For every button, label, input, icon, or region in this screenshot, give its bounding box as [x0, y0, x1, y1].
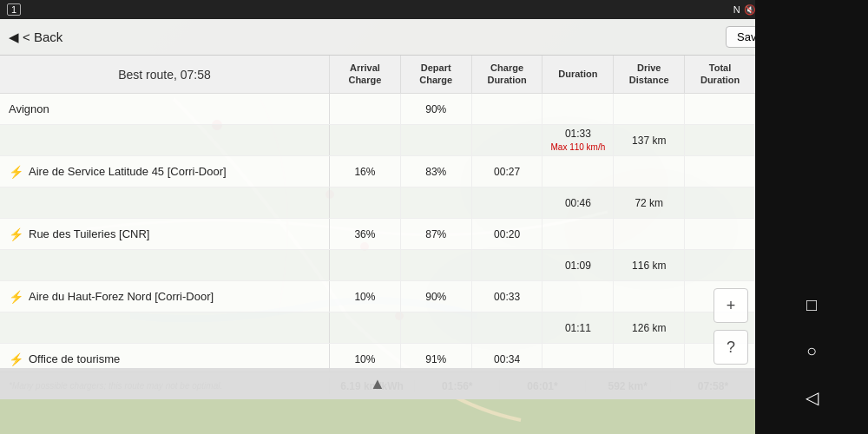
header-duration: Duration: [542, 56, 614, 93]
charger-icon: ⚡: [9, 352, 23, 366]
route-name: Best route, 07:58: [0, 56, 330, 93]
cell-charge-dur: [472, 94, 543, 124]
cell-total-dur: [685, 125, 755, 155]
segment-cells: 01:09 116 km: [330, 250, 755, 280]
stop-cells: 36% 87% 00:20: [330, 219, 755, 249]
mute-icon: 🔇: [744, 4, 756, 16]
stop-cells: 10% 90% 00:33: [330, 281, 755, 312]
cell-charge-dur: [472, 187, 543, 218]
cell-depart: [401, 250, 472, 280]
cell-distance: [614, 281, 685, 312]
route-table: Avignon 90%: [0, 94, 755, 372]
cell-charge-dur: 00:20: [472, 219, 543, 249]
segment-time: 01:33: [565, 128, 591, 141]
cell-charge-dur: 00:33: [472, 281, 543, 312]
home-button[interactable]: ○: [806, 341, 817, 361]
cell-depart: 87%: [401, 219, 472, 249]
segment-spacer: [0, 187, 330, 218]
cell-arrival: [330, 187, 401, 218]
status-left: 1: [7, 3, 21, 16]
cell-distance: [614, 219, 685, 249]
status-bar: 1 N 🔇 ⏰ 4G 100 % 🔋 11:10: [0, 0, 868, 19]
stop-name: ⚡ Aire de Service Latitude 45 [Corri-Doo…: [0, 156, 330, 187]
cell-arrival: [330, 312, 401, 343]
table-row: 01:09 116 km: [0, 250, 755, 281]
recent-apps-button[interactable]: □: [806, 295, 817, 315]
cell-depart: [401, 312, 472, 343]
cell-charge-dur: [472, 250, 543, 280]
cell-duration: [542, 94, 614, 124]
cell-charge-dur: [472, 125, 543, 155]
map-controls: + ?: [713, 288, 748, 365]
column-headers: ArrivalCharge DepartCharge ChargeDuratio…: [330, 56, 755, 93]
table-row: ⚡ Aire de Service Latitude 45 [Corri-Doo…: [0, 156, 755, 187]
stop-cells: 90%: [330, 94, 755, 124]
cell-total-dur: [685, 219, 755, 249]
cell-arrival: [330, 250, 401, 280]
segment-cells: 00:46 72 km: [330, 187, 755, 218]
cell-arrival: [330, 94, 401, 124]
segment-cells: 01:33 Max 110 km/h 137 km: [330, 125, 755, 155]
cell-distance: [614, 94, 685, 124]
charger-icon: ⚡: [9, 227, 23, 241]
stop-label: Aire de Service Latitude 45 [Corri-Door]: [29, 165, 227, 178]
cell-charge-dur: [472, 312, 543, 343]
cell-distance: 72 km: [614, 187, 685, 218]
cell-total-dur: [685, 187, 755, 218]
cell-depart: 90%: [401, 94, 472, 124]
table-row: 01:33 Max 110 km/h 137 km: [0, 125, 755, 156]
cell-depart: [401, 125, 472, 155]
table-header: Best route, 07:58 ArrivalCharge DepartCh…: [0, 56, 755, 94]
cell-total-dur: [685, 156, 755, 187]
table-row: 00:46 72 km: [0, 187, 755, 219]
cell-total-dur: [685, 250, 755, 280]
back-button-android[interactable]: ◁: [806, 387, 819, 408]
cell-distance: 137 km: [614, 125, 685, 155]
max-speed-label: Max 110 km/h: [550, 141, 605, 153]
table-row: ⚡ Aire du Haut-Forez Nord [Corri-Door] 1…: [0, 281, 755, 312]
segment-spacer: [0, 125, 330, 155]
cell-arrival: 10%: [330, 281, 401, 312]
back-button[interactable]: ◀ < Back: [9, 30, 62, 45]
table-row: Avignon 90%: [0, 94, 755, 125]
header-drive-distance: DriveDistance: [614, 56, 685, 93]
cell-duration: [542, 219, 614, 249]
cell-depart: 83%: [401, 156, 472, 187]
cell-arrival: 16%: [330, 156, 401, 187]
header-charge-duration: ChargeDuration: [472, 56, 543, 93]
cell-duration: 01:33 Max 110 km/h: [542, 125, 614, 155]
nav-bar: ◀ < Back Save Plan Share: [0, 19, 868, 56]
tab-number: 1: [7, 3, 21, 16]
cell-arrival: 36%: [330, 219, 401, 249]
cell-distance: [614, 156, 685, 187]
stop-cells: 16% 83% 00:27: [330, 156, 755, 187]
stop-name: Avignon: [0, 94, 330, 124]
header-total-duration: TotalDuration: [685, 56, 755, 93]
segment-cells: 01:11 126 km: [330, 312, 755, 343]
stop-name: ⚡ Rue des Tuileries [CNR]: [0, 219, 330, 249]
cell-duration: 01:11: [542, 312, 614, 343]
header-depart-charge: DepartCharge: [401, 56, 472, 93]
back-arrow-icon: ◀: [9, 30, 19, 45]
cell-arrival: [330, 125, 401, 155]
stop-label: Avignon: [9, 102, 49, 115]
android-nav-bar: □ ○ ◁: [755, 0, 868, 434]
stop-label: Aire du Haut-Forez Nord [Corri-Door]: [29, 290, 214, 303]
cell-duration: [542, 281, 614, 312]
segment-spacer: [0, 312, 330, 343]
back-label: < Back: [23, 30, 62, 44]
expand-arrow-icon: ▲: [370, 375, 385, 393]
bottom-handle-bar[interactable]: ▲: [0, 368, 755, 399]
zoom-in-button[interactable]: +: [713, 288, 748, 323]
cell-distance: 116 km: [614, 250, 685, 280]
cell-depart: 90%: [401, 281, 472, 312]
charger-icon: ⚡: [9, 290, 23, 304]
header-arrival-charge: ArrivalCharge: [330, 56, 401, 93]
charger-icon: ⚡: [9, 165, 23, 179]
stop-label: Office de tourisme: [29, 352, 120, 365]
cell-total-dur: [685, 94, 755, 124]
table-row: ⚡ Rue des Tuileries [CNR] 36% 87% 00:20: [0, 219, 755, 250]
cell-duration: [542, 156, 614, 187]
help-button[interactable]: ?: [713, 330, 748, 365]
cell-duration: 00:46: [542, 187, 614, 218]
